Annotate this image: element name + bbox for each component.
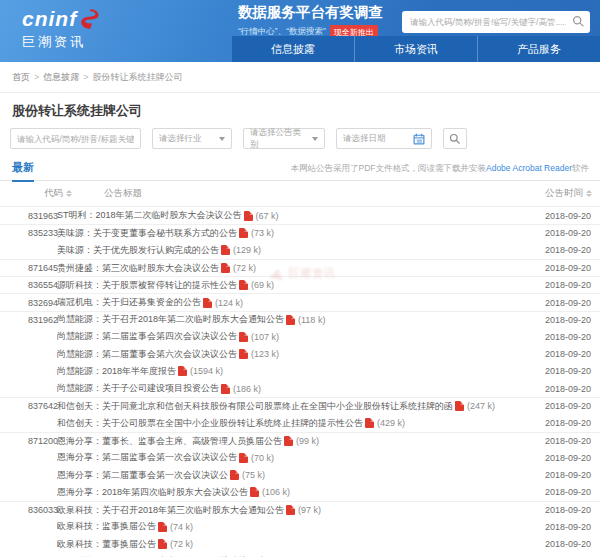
page-title: 股份转让系统挂牌公司 [12, 102, 600, 120]
date-picker-label: 请选择日期 [343, 133, 386, 145]
pdf-notice-text: 本网站公告采用了PDF文件格式，阅读需下载并安装 [290, 163, 486, 173]
column-code[interactable]: 代码 [44, 187, 63, 200]
file-size: (97 k) [298, 505, 321, 515]
sort-time-icon[interactable] [586, 190, 592, 198]
promo-title[interactable]: 数据服务平台有奖调查 [238, 3, 413, 22]
header: cninf 巨潮资讯 数据服务平台有奖调查 “行情中心”、“数据搜索” 现全新推… [0, 0, 600, 62]
chevron-down-icon [219, 137, 225, 141]
keyword-input[interactable] [17, 134, 134, 144]
row-code: 836554 [0, 280, 57, 290]
column-time[interactable]: 公告时间 [545, 187, 583, 200]
announcement-link[interactable]: ST明利：2018年第二次临时股东大会决议公告 [57, 209, 242, 222]
date-picker[interactable]: 请选择日期 [336, 128, 432, 149]
announcement-link[interactable]: 欧泉科技：董事换届公告 [57, 538, 156, 551]
nav-item[interactable]: 市场资讯 [354, 36, 477, 62]
pdf-icon[interactable] [158, 522, 167, 532]
announcement-link[interactable]: 欧泉科技：监事换届公告 [57, 520, 156, 533]
row-date: 2018-09-20 [545, 245, 600, 255]
brand-subtitle: 巨潮资讯 [22, 33, 101, 51]
announcement-link[interactable]: 恩海分享：第二届监事会第一次会议决议公告 [57, 451, 237, 464]
table-row: 恩海分享：第二届监事会第一次会议决议公告 (70 k) 2018-09-20 [0, 449, 600, 466]
pdf-icon[interactable] [239, 280, 248, 290]
announcement-link[interactable]: 恩海分享：第二届董事会第一次会议决议公 [57, 469, 228, 482]
file-size: (123 k) [251, 349, 279, 359]
announcement-link[interactable]: 恩海分享：董事长、监事会主席、高级管理人员换届公告 [57, 435, 282, 448]
header-search [402, 11, 590, 33]
pdf-icon[interactable] [455, 401, 464, 411]
announcement-link[interactable]: 美味源：关于变更董事会秘书联系方式的公告 [57, 227, 237, 240]
pdf-icon[interactable] [178, 366, 187, 376]
logo[interactable]: cninf 巨潮资讯 [22, 7, 101, 51]
table-row: 尚慧能源：第二届监事会第四次会议决议公告 (107 k) 2018-09-20 [0, 328, 600, 345]
industry-select[interactable]: 请选择行业 [152, 128, 232, 149]
row-code: 831963 [0, 211, 57, 221]
file-size: (1594 k) [190, 366, 223, 376]
chevron-down-icon [312, 137, 318, 141]
pdf-icon[interactable] [221, 384, 230, 394]
file-size: (429 k) [377, 418, 405, 428]
row-date: 2018-09-20 [545, 211, 600, 221]
pdf-icon[interactable] [203, 298, 212, 308]
pdf-icon[interactable] [158, 539, 167, 549]
file-size: (70 k) [251, 453, 274, 463]
pdf-notice-suffix: 软件 [572, 163, 589, 173]
row-date: 2018-09-20 [545, 522, 600, 532]
app: cninf 巨潮资讯 数据服务平台有奖调查 “行情中心”、“数据搜索” 现全新推… [0, 0, 600, 557]
row-code: 831962 [0, 315, 57, 325]
row-date: 2018-09-20 [545, 539, 600, 549]
nav-item[interactable]: 产品服务 [477, 36, 600, 62]
announcement-link[interactable]: 美味源：关于优先股发行认购完成的公告 [57, 244, 219, 257]
table-row: 831963 ST明利：2018年第二次临时股东大会决议公告 (67 k) 20… [0, 207, 600, 224]
pdf-icon[interactable] [284, 436, 293, 446]
table-row: 欧泉科技：监事换届公告 (74 k) 2018-09-20 [0, 518, 600, 535]
table-row: 和信创天：关于公司股票在全国中小企业股份转让系统终止挂牌的提示性公告 (429 … [0, 415, 600, 432]
pdf-icon[interactable] [221, 245, 230, 255]
announcement-link[interactable]: 瑞冠机电：关于归还募集资金的公告 [57, 296, 201, 309]
announcement-link[interactable]: 和信创天：关于公司股票在全国中小企业股份转让系统终止挂牌的提示性公告 [57, 417, 363, 430]
pdf-icon[interactable] [239, 332, 248, 342]
announcement-link[interactable]: 尚慧能源：2018年半年度报告 [57, 365, 176, 378]
pdf-icon[interactable] [286, 505, 295, 515]
announcement-link[interactable]: 尚慧能源：第二届监事会第四次会议决议公告 [57, 330, 237, 343]
industry-select-label: 请选择行业 [159, 133, 202, 145]
row-date: 2018-09-20 [545, 470, 600, 480]
row-date: 2018-09-20 [545, 263, 600, 273]
announcement-link[interactable]: 恩海分享：2018年第四次临时股东大会决议公告 [57, 486, 248, 499]
acrobat-reader-link[interactable]: Adobe Acrobat Reader [486, 163, 572, 173]
pdf-icon[interactable] [221, 263, 230, 273]
breadcrumb-item[interactable]: 首页 [12, 72, 30, 82]
row-code: 837642 [0, 401, 57, 411]
table-row: 尚慧能源：2018年半年度报告 (1594 k) 2018-09-20 [0, 363, 600, 380]
search-icon[interactable] [572, 15, 585, 28]
announcement-link[interactable]: 贵州捷盛：第三次临时股东大会决议公告 [57, 262, 219, 275]
pdf-icon[interactable] [239, 228, 248, 238]
nav-item[interactable]: 信息披露 [232, 36, 354, 62]
breadcrumb-separator: > [34, 72, 39, 82]
pdf-icon[interactable] [286, 315, 295, 325]
column-title: 公告标题 [104, 187, 142, 200]
pdf-icon[interactable] [244, 211, 253, 221]
filter-search-button[interactable] [443, 128, 467, 149]
breadcrumb: 首页>信息披露>股份转让系统挂牌公司 [0, 62, 600, 93]
table-row: 恩海分享：第二届董事会第一次会议决议公 (75 k) 2018-09-20 [0, 466, 600, 483]
breadcrumb-item[interactable]: 信息披露 [43, 72, 79, 82]
header-search-input[interactable] [402, 11, 590, 33]
category-select[interactable]: 请选择公告类别 [243, 128, 325, 149]
pdf-icon[interactable] [239, 349, 248, 359]
pdf-icon[interactable] [365, 418, 374, 428]
announcement-link[interactable]: 欧泉科技：关于召开2018年第三次临时股东大会通知公告 [57, 504, 284, 517]
announcement-link[interactable]: 尚慧能源：关于子公司建设项目投资公告 [57, 382, 219, 395]
announcement-link[interactable]: 源听科技：关于股票被暂停转让的提示性公告 [57, 279, 237, 292]
pdf-icon[interactable] [239, 453, 248, 463]
announcement-link[interactable]: 尚慧能源：第二届董事会第六次会议决议公告 [57, 348, 237, 361]
file-size: (124 k) [215, 298, 243, 308]
brand-text: cninf [22, 7, 77, 31]
tab-latest[interactable]: 最新 [12, 160, 34, 182]
announcement-link[interactable]: 尚慧能源：关于召开2018年第二次临时股东大会通知公告 [57, 313, 284, 326]
sort-code-icon[interactable] [66, 190, 72, 198]
pdf-icon[interactable] [230, 470, 239, 480]
row-date: 2018-09-20 [545, 366, 600, 376]
announcement-link[interactable]: 和信创天：关于同意北京和信创天科技股份有限公司股票终止在全国中小企业股份转让系统… [57, 400, 453, 413]
row-date: 2018-09-20 [545, 315, 600, 325]
pdf-icon[interactable] [250, 487, 259, 497]
